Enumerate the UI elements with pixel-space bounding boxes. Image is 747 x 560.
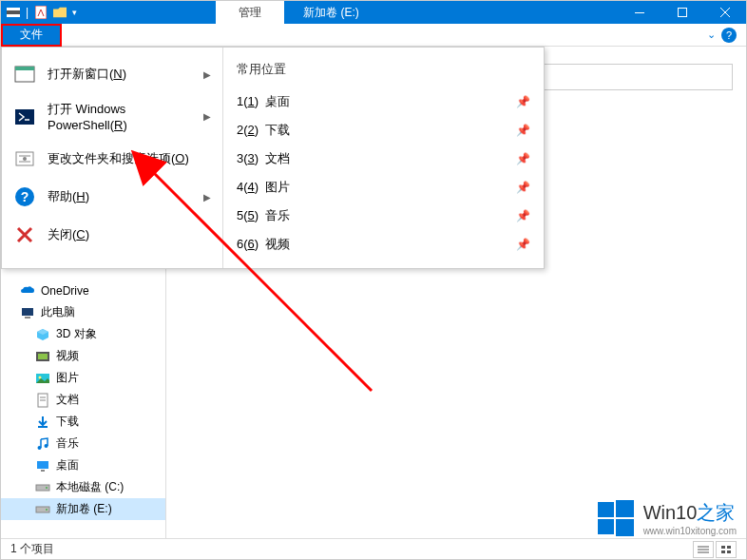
downloads-icon xyxy=(35,415,50,430)
menu-open-powershell[interactable]: 打开 Windows PowerShell(R) ▶ xyxy=(2,93,222,140)
location-text: 2(2) 下载 xyxy=(237,122,290,139)
nav-desktop[interactable]: 桌面 xyxy=(1,454,165,476)
pc-icon xyxy=(20,305,35,320)
nav-this-pc[interactable]: 此电脑 xyxy=(1,301,165,323)
disk-icon xyxy=(35,480,50,495)
location-music[interactable]: 5(5) 音乐 📌 xyxy=(223,202,544,230)
svg-rect-39 xyxy=(727,546,731,549)
nav-3d-objects[interactable]: 3D 对象 xyxy=(1,323,165,345)
nav-label: 3D 对象 xyxy=(56,326,97,342)
svg-rect-42 xyxy=(598,502,614,517)
options-icon xyxy=(13,147,36,170)
location-text: 6(6) 视频 xyxy=(237,236,290,253)
file-menu-right: 常用位置 1(1) 桌面 📌 2(2) 下载 📌 3(3) 文档 📌 4(4) … xyxy=(222,48,544,268)
location-videos[interactable]: 6(6) 视频 📌 xyxy=(223,230,544,259)
menu-label: 打开 Windows PowerShell(R) xyxy=(48,101,192,132)
nav-pictures[interactable]: 图片 xyxy=(1,367,165,389)
location-pictures[interactable]: 4(4) 图片 📌 xyxy=(223,173,544,202)
powershell-icon xyxy=(13,106,36,128)
menu-label: 关闭(C) xyxy=(48,226,89,243)
manage-tab[interactable]: 管理 xyxy=(216,1,284,24)
svg-point-22 xyxy=(46,509,48,511)
pictures-icon xyxy=(35,371,50,386)
frequent-places-title: 常用位置 xyxy=(223,57,544,87)
svg-rect-4 xyxy=(678,9,686,17)
nav-label: OneDrive xyxy=(41,284,89,298)
file-menu-dropdown: 打开新窗口(N) ▶ 打开 Windows PowerShell(R) ▶ 更改… xyxy=(1,47,545,269)
nav-label: 桌面 xyxy=(56,457,79,473)
status-bar: 1 个项目 xyxy=(1,538,746,559)
nav-videos[interactable]: 视频 xyxy=(1,345,165,367)
watermark-text: Win10之家 www.win10xitong.com xyxy=(643,500,737,536)
music-icon xyxy=(35,436,50,452)
svg-rect-44 xyxy=(598,519,614,534)
menu-help[interactable]: ? 帮助(H) ▶ xyxy=(2,178,222,216)
videos-icon xyxy=(35,349,50,364)
svg-rect-41 xyxy=(727,550,731,553)
menu-change-options[interactable]: 更改文件夹和搜索选项(O) xyxy=(2,140,222,178)
nav-label: 本地磁盘 (C:) xyxy=(56,479,124,495)
windows-logo-icon xyxy=(596,498,636,538)
help-icon: ? xyxy=(13,185,36,208)
titlebar: | ▾ 管理 新加卷 (E:) xyxy=(1,1,746,24)
nav-label: 视频 xyxy=(56,348,79,364)
menu-open-new-window[interactable]: 打开新窗口(N) ▶ xyxy=(2,55,222,93)
svg-rect-1 xyxy=(7,10,20,14)
nav-local-disk[interactable]: 本地磁盘 (C:) xyxy=(1,476,165,498)
svg-rect-43 xyxy=(616,500,634,517)
ribbon-tab-row: 文件 ⌄ ? xyxy=(1,24,746,47)
location-desktop[interactable]: 1(1) 桌面 📌 xyxy=(223,87,544,116)
pin-icon[interactable]: 📌 xyxy=(516,95,530,108)
svg-rect-40 xyxy=(721,550,725,553)
nav-documents[interactable]: 文档 xyxy=(1,389,165,411)
file-tab[interactable]: 文件 xyxy=(1,24,62,47)
app-icon xyxy=(7,6,20,19)
details-view-button[interactable] xyxy=(693,541,714,558)
item-count: 1 个项目 xyxy=(10,541,54,557)
location-downloads[interactable]: 2(2) 下载 📌 xyxy=(223,116,544,145)
location-documents[interactable]: 3(3) 文档 📌 xyxy=(223,145,544,173)
ribbon-expand-icon[interactable]: ⌄ xyxy=(707,29,716,41)
folder-icon[interactable] xyxy=(53,6,67,19)
pin-icon[interactable]: 📌 xyxy=(516,124,530,137)
chevron-right-icon: ▶ xyxy=(203,69,211,80)
close-icon xyxy=(13,223,36,246)
ribbon-right-controls: ⌄ ? xyxy=(698,28,746,43)
new-window-icon xyxy=(13,63,36,86)
pin-icon[interactable]: 📌 xyxy=(516,181,530,194)
onedrive-icon xyxy=(20,283,35,299)
menu-close[interactable]: 关闭(C) xyxy=(2,216,222,254)
svg-point-16 xyxy=(45,444,48,448)
documents-icon xyxy=(35,393,50,408)
pin-icon[interactable]: 📌 xyxy=(516,238,530,251)
menu-label: 帮助(H) xyxy=(48,188,89,205)
nav-label: 音乐 xyxy=(56,435,79,452)
3d-icon xyxy=(35,327,50,342)
help-icon[interactable]: ? xyxy=(721,28,737,43)
close-button[interactable] xyxy=(703,1,746,24)
nav-onedrive[interactable]: OneDrive xyxy=(1,280,165,301)
svg-point-20 xyxy=(46,487,48,489)
pin-icon[interactable]: 📌 xyxy=(516,209,530,222)
svg-rect-18 xyxy=(41,470,45,472)
pin-icon[interactable]: 📌 xyxy=(516,152,530,165)
minimize-button[interactable] xyxy=(618,1,661,24)
nav-downloads[interactable]: 下载 xyxy=(1,411,165,433)
nav-new-volume[interactable]: 新加卷 (E:) xyxy=(1,498,165,520)
quick-access-toolbar: | ▾ xyxy=(1,1,83,24)
svg-rect-26 xyxy=(15,67,34,70)
chevron-right-icon: ▶ xyxy=(203,111,211,122)
svg-rect-17 xyxy=(37,461,48,469)
svg-rect-8 xyxy=(38,354,48,359)
svg-rect-5 xyxy=(22,308,33,316)
svg-rect-6 xyxy=(25,317,30,319)
nav-music[interactable]: 音乐 xyxy=(1,433,165,454)
desktop-icon xyxy=(35,458,50,473)
icons-view-button[interactable] xyxy=(716,541,737,558)
svg-rect-2 xyxy=(35,6,47,19)
properties-icon[interactable] xyxy=(34,6,48,19)
qat-dropdown-icon[interactable]: ▾ xyxy=(72,8,77,17)
menu-label: 更改文件夹和搜索选项(O) xyxy=(48,150,189,167)
maximize-button[interactable] xyxy=(661,1,703,24)
file-menu-left: 打开新窗口(N) ▶ 打开 Windows PowerShell(R) ▶ 更改… xyxy=(2,48,222,268)
